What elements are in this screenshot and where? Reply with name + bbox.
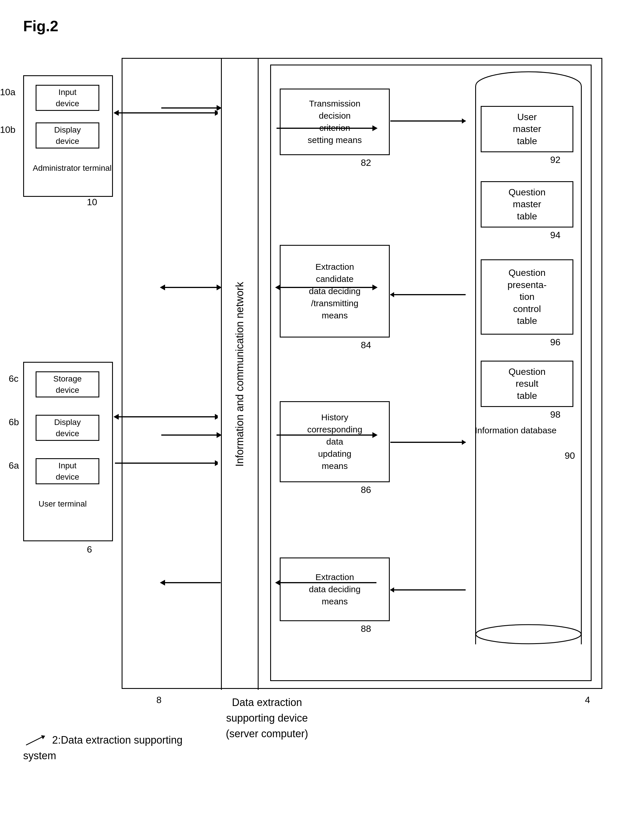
- question-master-table-label: Question master table: [508, 186, 546, 223]
- network-column: Information and communication network: [221, 59, 259, 690]
- question-result-table-label: Question result table: [508, 366, 546, 402]
- network-to-extraction-arrow: [160, 280, 223, 295]
- user-master-table-label: User master table: [513, 111, 541, 147]
- svg-marker-9: [215, 460, 218, 466]
- network-to-history-arrow: [160, 428, 223, 442]
- user-storage-device-box: Storage device: [36, 371, 99, 398]
- user-terminal-label: User terminal: [38, 499, 87, 509]
- user-terminal-number: 6: [87, 544, 92, 555]
- admin-input-number: 10a: [0, 87, 15, 98]
- db-to-extractiondata-arrow: [275, 575, 379, 590]
- svg-marker-6: [215, 414, 218, 420]
- user-display-to-network-arrow: [114, 408, 218, 425]
- user-terminal-box: Storage device Display device Input devi…: [23, 362, 113, 541]
- user-display-number: 6b: [9, 417, 19, 428]
- cylinder-bottom-svg: [475, 624, 582, 644]
- user-storage-number: 6c: [9, 373, 19, 384]
- svg-marker-11: [217, 105, 222, 111]
- history-to-db-arrow: [275, 428, 379, 442]
- outer-system-box: Information and communication network Us…: [122, 58, 602, 689]
- admin-input-device-label: Input device: [56, 87, 79, 109]
- network-to-extractiondata-arrow: [160, 575, 223, 590]
- transmission-func-number: 82: [361, 158, 371, 168]
- server-number: 4: [585, 695, 590, 706]
- svg-line-28: [26, 736, 43, 745]
- server-caption: Data extraction supporting device (serve…: [226, 695, 308, 742]
- arrow-history-to-db: [390, 442, 465, 443]
- svg-marker-23: [372, 284, 378, 291]
- system-arrow-icon: [23, 733, 46, 748]
- database-number: 90: [565, 450, 575, 461]
- user-display-device-label: Display device: [54, 417, 81, 439]
- question-result-table-box: Question result table: [481, 361, 573, 407]
- info-database-label: Information database: [475, 424, 557, 436]
- admin-terminal-label: Administrator terminal: [33, 163, 111, 174]
- question-presentation-table-box: Question presenta- tion control table: [481, 259, 573, 335]
- svg-point-1: [476, 625, 581, 644]
- network-label: Information and communication network: [234, 85, 246, 664]
- admin-input-device-box: Input device: [36, 85, 99, 111]
- admin-display-device-box: Display device: [36, 122, 99, 148]
- system-caption-label: 2:Data extraction supporting system: [23, 734, 182, 761]
- svg-marker-22: [275, 284, 280, 291]
- user-input-number: 6a: [9, 460, 19, 471]
- user-master-table-box: User master table: [481, 106, 573, 152]
- admin-terminal-number: 10: [87, 197, 97, 208]
- extraction-to-db-arrow: [275, 280, 379, 295]
- question-master-table-box: Question master table: [481, 181, 573, 227]
- question-result-number: 98: [550, 409, 560, 420]
- admin-display-device-label: Display device: [54, 124, 81, 147]
- user-display-device-box: Display device: [36, 415, 99, 441]
- svg-marker-20: [372, 125, 378, 131]
- history-func-number: 86: [361, 485, 371, 495]
- admin-terminal-box: Input device Display device Administrato…: [23, 75, 113, 197]
- svg-marker-16: [217, 432, 222, 438]
- transmission-to-usermaster-arrow: [275, 121, 379, 136]
- svg-marker-18: [160, 580, 165, 586]
- system-caption: 2:Data extraction supporting system: [23, 732, 182, 764]
- figure-label: Fig.2: [23, 17, 58, 35]
- extraction-data-func-number: 88: [361, 624, 371, 634]
- arrow-transmission-to-db: [390, 120, 465, 122]
- user-input-device-box: Input device: [36, 458, 99, 484]
- user-storage-device-label: Storage device: [53, 373, 82, 396]
- admin-display-number: 10b: [0, 125, 15, 135]
- svg-marker-27: [275, 580, 280, 586]
- svg-marker-4: [114, 110, 119, 116]
- question-presentation-number: 96: [550, 337, 560, 347]
- svg-marker-7: [114, 414, 119, 420]
- extraction-candidate-func-number: 84: [361, 340, 371, 351]
- arrow-db-to-extraction: [390, 294, 465, 295]
- user-input-device-label: Input device: [56, 460, 79, 483]
- user-master-number: 92: [550, 155, 560, 165]
- arrow-db-to-extraction-data: [390, 589, 465, 591]
- question-presentation-table-label: Question presenta- tion control table: [507, 267, 546, 327]
- network-number: 8: [157, 695, 161, 706]
- svg-marker-14: [217, 284, 222, 291]
- question-master-number: 94: [550, 230, 560, 240]
- user-input-to-network-arrow: [114, 455, 218, 472]
- network-to-transmission-arrow: [160, 101, 223, 115]
- main-diagram: Information and communication network Us…: [23, 58, 608, 767]
- svg-marker-13: [160, 284, 165, 291]
- svg-marker-25: [372, 432, 378, 438]
- database-area: User master table 92 Question master tab…: [475, 71, 585, 676]
